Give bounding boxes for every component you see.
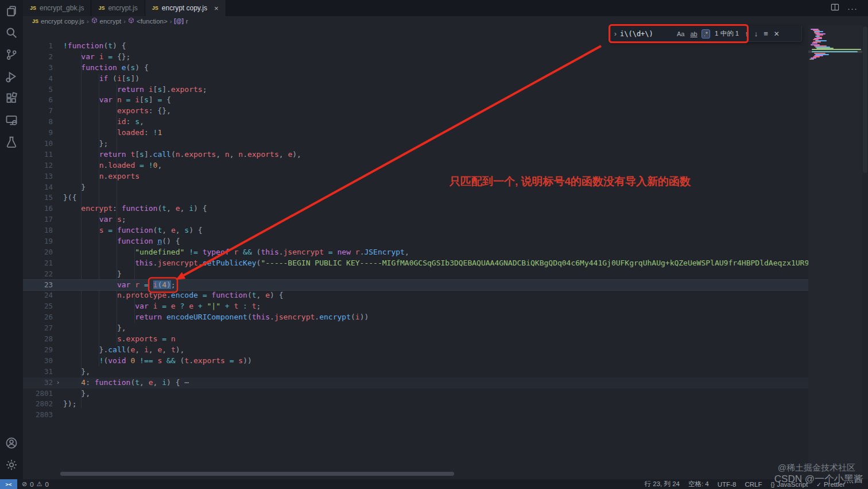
line-number[interactable]: 6 [23, 95, 53, 106]
find-previous-icon[interactable]: ↑ [745, 29, 749, 38]
breadcrumb-item[interactable]: <function> [128, 17, 168, 25]
errors-count[interactable]: 0 [30, 481, 33, 488]
line-number[interactable]: 2803 [23, 410, 53, 421]
fold-chevron-icon[interactable]: › [53, 378, 63, 388]
warnings-count[interactable]: 0 [45, 481, 49, 488]
line-number[interactable]: 30 [23, 356, 53, 367]
line-number[interactable]: 19 [23, 236, 53, 247]
code-line[interactable]: 20 "undefined" != typeof r && (this.jsen… [23, 247, 808, 258]
code-line[interactable]: 17 var s; [23, 214, 808, 225]
code-line[interactable]: 5 return i[s].exports; [23, 84, 808, 95]
tab-encrypt-copy.js[interactable]: JSencrypt copy.js× [145, 0, 226, 16]
breadcrumb-item[interactable]: encrypt [91, 17, 122, 25]
remote-indicator[interactable]: >< [0, 479, 17, 489]
line-number[interactable]: 23 [23, 280, 53, 291]
find-expand-chevron-icon[interactable]: › [611, 29, 620, 38]
line-number[interactable]: 22 [23, 269, 53, 280]
code-line[interactable]: 10 }; [23, 138, 808, 149]
line-number[interactable]: 17 [23, 214, 53, 225]
code-line[interactable]: 16 encrypt: function(t, e, i) { [23, 203, 808, 214]
code-line[interactable]: 7 exports: {}, [23, 106, 808, 117]
line-number[interactable]: 18 [23, 225, 53, 236]
vertical-scrollbar[interactable] [863, 26, 867, 173]
status-item-空格-4[interactable]: 空格: 4 [688, 480, 709, 488]
line-number[interactable]: 14 [23, 182, 53, 193]
code-line[interactable]: 31 }, [23, 367, 808, 378]
line-number[interactable]: 10 [23, 138, 53, 149]
line-number[interactable]: 2 [23, 52, 53, 63]
code-line[interactable]: 2 var i = {}; [23, 52, 808, 63]
code-line[interactable]: 25 var i = e ? e + "|" + t : t; [23, 301, 808, 312]
line-number[interactable]: 7 [23, 106, 53, 117]
code-line[interactable]: 28 s.exports = n [23, 334, 808, 345]
line-number[interactable]: 24 [23, 290, 53, 301]
find-close-icon[interactable]: ✕ [774, 30, 780, 38]
testing-icon[interactable] [0, 131, 23, 153]
line-number[interactable]: 31 [23, 367, 53, 378]
warnings-icon[interactable]: ⚠ [37, 480, 42, 488]
line-number[interactable]: 21 [23, 258, 53, 269]
line-number[interactable]: 8 [23, 117, 53, 128]
search-icon[interactable] [0, 22, 23, 44]
code-line[interactable]: 30 !(void 0 !== s && (t.exports = s)) [23, 356, 808, 367]
code-line[interactable]: 9 loaded: !1 [23, 128, 808, 138]
explorer-icon[interactable] [0, 0, 23, 22]
status-item-crlf[interactable]: CRLF [745, 481, 762, 488]
code-line[interactable]: 29 }.call(e, i, e, t), [23, 345, 808, 356]
extensions-icon[interactable] [0, 87, 23, 109]
code-line[interactable]: 24 n.prototype.encode = function(t, e) { [23, 290, 808, 301]
code-line[interactable]: 6 var n = i[s] = { [23, 95, 808, 106]
code-line[interactable]: 23 var r = i(4); [23, 280, 808, 291]
line-number[interactable]: 16 [23, 203, 53, 214]
code-line[interactable]: 8 id: s, [23, 117, 808, 128]
code-line[interactable]: 2801 }, [23, 388, 808, 399]
split-editor-icon[interactable] [831, 3, 839, 14]
find-in-selection-icon[interactable]: ≡ [764, 29, 768, 38]
horizontal-scrollbar[interactable] [60, 472, 454, 476]
code-line[interactable]: 12 n.loaded = !0, [23, 160, 808, 171]
code-line[interactable]: 11 return t[s].call(n.exports, n, n.expo… [23, 149, 808, 160]
breadcrumb-item[interactable]: [@]r [174, 18, 188, 25]
tab-encrypt_gbk.js[interactable]: JSencrypt_gbk.js [23, 0, 91, 16]
line-number[interactable]: 26 [23, 312, 53, 323]
line-number[interactable]: 4 [23, 74, 53, 84]
settings-icon[interactable] [0, 454, 23, 476]
line-number[interactable]: 9 [23, 128, 53, 138]
code-line[interactable]: 21 this.jsencrypt.setPublicKey("-----BEG… [23, 258, 808, 269]
code-line[interactable]: 15}({ [23, 192, 808, 203]
line-number[interactable]: 32 [23, 378, 53, 388]
line-number[interactable]: 20 [23, 247, 53, 258]
tab-encrypt.js[interactable]: JSencrypt.js [91, 0, 145, 16]
code-line[interactable]: 32› 4: function(t, e, i) { ⋯ [23, 378, 808, 388]
match-case-toggle[interactable]: Aa [675, 30, 686, 38]
code-line[interactable]: 1!function(t) { [23, 41, 808, 52]
breadcrumb-item[interactable]: JSencrypt copy.js [32, 18, 84, 25]
line-number[interactable]: 5 [23, 84, 53, 95]
line-number[interactable]: 13 [23, 171, 53, 182]
line-number[interactable]: 11 [23, 149, 53, 160]
code-line[interactable]: 2803 [23, 410, 808, 421]
line-number[interactable]: 28 [23, 334, 53, 345]
status-item-行-23-列-24[interactable]: 行 23, 列 24 [645, 480, 680, 488]
code-line[interactable]: 2802}); [23, 399, 808, 410]
code-line[interactable]: 4 if (i[s]) [23, 74, 808, 84]
more-actions-icon[interactable]: ··· [847, 3, 858, 13]
line-number[interactable]: 27 [23, 323, 53, 334]
regex-toggle[interactable]: .* [702, 29, 710, 38]
tab-close-icon[interactable]: × [214, 4, 219, 13]
whole-word-toggle[interactable]: ab [688, 30, 699, 38]
code-line[interactable]: 3 function e(s) { [23, 63, 808, 74]
find-next-icon[interactable]: ↓ [754, 29, 758, 38]
account-icon[interactable] [0, 432, 23, 454]
source-control-icon[interactable] [0, 44, 23, 66]
line-number[interactable]: 2801 [23, 388, 53, 399]
code-line[interactable]: 27 }, [23, 323, 808, 334]
find-input[interactable]: i\(\d+\) [620, 30, 673, 38]
code-line[interactable]: 22 } [23, 269, 808, 280]
line-number[interactable]: 3 [23, 63, 53, 74]
line-number[interactable]: 29 [23, 345, 53, 356]
line-number[interactable]: 12 [23, 160, 53, 171]
code-line[interactable]: 18 s = function(t, e, s) { [23, 225, 808, 236]
line-number[interactable]: 15 [23, 192, 53, 203]
errors-icon[interactable]: ⊘ [22, 480, 27, 488]
